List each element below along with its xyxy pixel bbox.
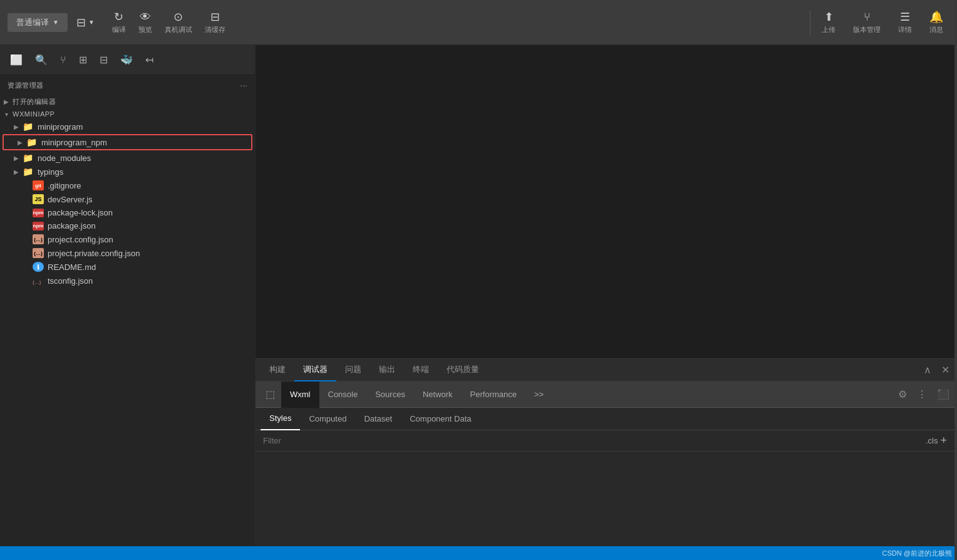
folder-icon: 📁 [23, 122, 35, 132]
explorer-title: 资源管理器 [8, 81, 44, 90]
tree-item-project-private-config[interactable]: {…} project.private.config.json [0, 246, 255, 260]
top-toolbar: ▼ 普通编译 ▼ ↻ 👁 ⊙ ⊟▼ ↻ 编译 👁 预览 ⊙ [0, 0, 957, 45]
json-config-icon: {…} [33, 234, 45, 244]
subtab-styles[interactable]: Styles [261, 408, 300, 430]
real-device-btn[interactable]: ⊙ 真机调试 [158, 6, 199, 38]
file-tree: ▶ 打开的编辑器 ▾ WXMINIAPP ▶ 📁 miniprogram ▶ 📁… [0, 95, 255, 546]
tree-item-tsconfig[interactable]: {…} tsconfig.json [0, 274, 255, 288]
json-ts-icon: {…} [33, 276, 45, 286]
clear-cache-btn[interactable]: ⊟ 清缓存 [199, 6, 232, 38]
activity-square-icon[interactable]: ⊟ [95, 50, 113, 70]
git-icon: git [33, 180, 45, 190]
activity-arrow-icon[interactable]: ↤ [140, 50, 158, 70]
devtools-undock-btn[interactable]: ⬛ [933, 386, 953, 403]
devtools-tab-wxml[interactable]: Wxml [281, 381, 319, 408]
activity-explorer-icon[interactable]: ⬜ [5, 50, 28, 70]
compile-label: 编译 [112, 25, 126, 34]
tree-item-typings[interactable]: ▶ 📁 typings [0, 165, 255, 179]
message-label: 消息 [929, 25, 943, 34]
content-area: 构建 调试器 问题 输出 终端 代码质量 ∧ [256, 45, 957, 546]
version-icon: ⑂ [864, 11, 871, 24]
inspector-btn[interactable]: ⬚ [259, 381, 281, 408]
devtools-tab-network[interactable]: Network [414, 381, 462, 408]
json-private-icon: {…} [33, 248, 45, 258]
main-area: ⬜ 🔍 ⑂ ⊞ ⊟ 🐳 ↤ 资源管理器 ··· ▶ 打开的编辑器 ▾ WXMIN… [0, 45, 957, 546]
open-editors-label: 打开的编辑器 [13, 97, 56, 106]
tree-item-wxminiapp[interactable]: ▾ WXMINIAPP [0, 108, 255, 120]
subtab-dataset[interactable]: Dataset [355, 408, 401, 430]
preview-label: 预览 [138, 25, 152, 34]
message-btn[interactable]: 🔔 消息 [923, 6, 949, 38]
cls-badge[interactable]: .cls [926, 436, 938, 445]
preview-btn[interactable]: 👁 预览 [132, 7, 158, 38]
tab-debugger[interactable]: 调试器 [294, 359, 336, 381]
tab-output[interactable]: 输出 [370, 359, 404, 381]
compile-icon: ↻ [114, 10, 123, 24]
detail-btn[interactable]: ☰ 详情 [892, 6, 918, 38]
activity-search-icon[interactable]: 🔍 [30, 50, 53, 70]
real-device-label: 真机调试 [165, 25, 192, 34]
json-npm2-icon: npm [33, 222, 45, 231]
chevron-right-icon: ▶ [10, 169, 23, 175]
layers-btn[interactable]: ⊟▼ [70, 12, 101, 33]
upload-label: 上传 [822, 25, 835, 34]
upload-btn[interactable]: ⬆ 上传 [815, 6, 842, 38]
tree-item-package-json[interactable]: npm package.json [0, 219, 255, 232]
subtab-computed[interactable]: Computed [300, 408, 355, 430]
explorer-more-btn[interactable]: ··· [240, 80, 247, 90]
tab-problems[interactable]: 问题 [336, 359, 370, 381]
tree-item-miniprogram[interactable]: ▶ 📁 miniprogram [0, 120, 255, 133]
activity-debug-icon[interactable]: ⊞ [74, 50, 92, 70]
compile-mode-dropdown[interactable]: 普通编译 ▼ [8, 13, 68, 32]
bottom-panel: 构建 调试器 问题 输出 终端 代码质量 ∧ [256, 358, 957, 546]
activity-whale-icon[interactable]: 🐳 [115, 50, 138, 70]
tab-build[interactable]: 构建 [261, 359, 294, 381]
devtools-tab-more[interactable]: >> [525, 381, 552, 408]
clear-cache-label: 清缓存 [205, 25, 225, 34]
preview-icon: 👁 [140, 11, 151, 24]
devtools-tab-sources[interactable]: Sources [366, 381, 414, 408]
devtools-tabs: ⬚ Wxml Console Sources Network Performan… [256, 381, 957, 408]
detail-label: 详情 [898, 25, 912, 34]
panel-collapse-btn[interactable]: ∧ [921, 361, 934, 378]
message-icon: 🔔 [929, 10, 943, 24]
file-label: node_modules [38, 153, 91, 163]
version-btn[interactable]: ⑂ 版本管理 [847, 7, 887, 38]
add-filter-btn[interactable]: + [938, 434, 949, 447]
chevron-down-icon: ▾ [0, 111, 13, 118]
chevron-right-icon: ▶ [10, 155, 23, 162]
devtools-content: Styles Computed Dataset Component Data [256, 408, 957, 546]
tree-item-open-editors[interactable]: ▶ 打开的编辑器 [0, 95, 255, 108]
subtab-component-data[interactable]: Component Data [401, 408, 480, 430]
tree-item-miniprogram-npm[interactable]: ▶ 📁 miniprogram_npm [3, 134, 252, 150]
devtools-subtabs: Styles Computed Dataset Component Data [256, 408, 957, 430]
clear-cache-icon: ⊟ [210, 10, 220, 24]
compile-btn[interactable]: ↻ 编译 [106, 6, 132, 38]
chevron-right-icon: ▶ [10, 123, 23, 130]
activity-git-icon[interactable]: ⑂ [55, 51, 71, 70]
toolbar-right: ⬆ 上传 ⑂ 版本管理 ☰ 详情 🔔 消息 [815, 6, 949, 38]
file-label: miniprogram_npm [41, 138, 107, 147]
file-label: package.json [48, 221, 96, 231]
tree-item-project-config[interactable]: {…} project.config.json [0, 232, 255, 246]
devtools-filter-row: .cls + [256, 430, 957, 452]
file-label: devServer.js [48, 195, 93, 204]
tree-item-devserver[interactable]: JS devServer.js [0, 192, 255, 206]
panel-close-btn[interactable]: ✕ [939, 361, 952, 378]
version-label: 版本管理 [853, 25, 881, 34]
tab-code-quality[interactable]: 代码质量 [438, 359, 488, 381]
file-label: package-lock.json [48, 208, 113, 217]
devtools-tab-performance[interactable]: Performance [462, 381, 525, 408]
tree-item-gitignore[interactable]: git .gitignore [0, 179, 255, 192]
tree-item-package-lock[interactable]: npm package-lock.json [0, 206, 255, 219]
tree-item-readme[interactable]: ℹ README.md [0, 260, 255, 274]
devtools-more-btn[interactable]: ⋮ [913, 386, 931, 403]
filter-input[interactable] [263, 436, 926, 445]
tree-item-node-modules[interactable]: ▶ 📁 node_modules [0, 151, 255, 165]
devtools-settings-btn[interactable]: ⚙ [894, 386, 911, 403]
file-label: miniprogram [38, 122, 83, 132]
tab-terminal[interactable]: 终端 [404, 359, 438, 381]
info-icon: ℹ [33, 262, 45, 272]
project-label: WXMINIAPP [13, 110, 54, 118]
devtools-tab-console[interactable]: Console [319, 381, 367, 408]
